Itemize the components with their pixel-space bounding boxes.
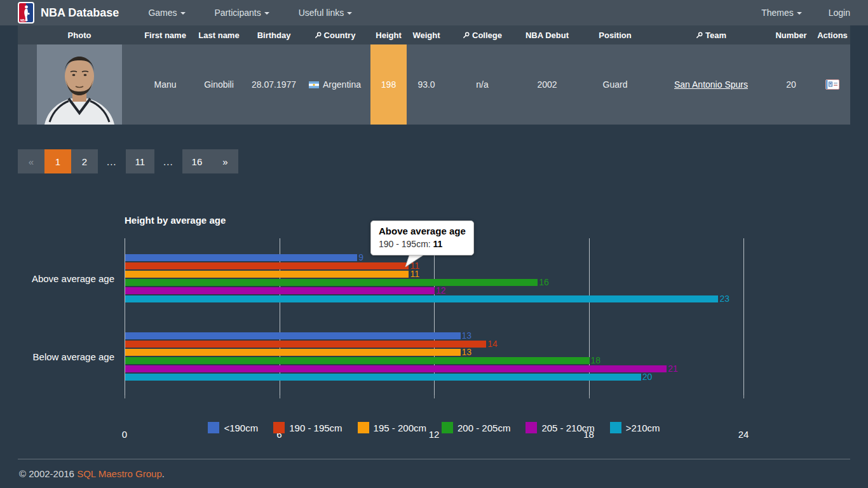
category-label: Below average age xyxy=(0,351,114,362)
bar-value-label: 16 xyxy=(539,278,549,287)
cell-weight: 93.0 xyxy=(407,44,446,125)
category-label: Above average age xyxy=(0,273,114,284)
nba-logo-icon[interactable]: NBA xyxy=(18,2,34,24)
bar-value-label: 11 xyxy=(410,270,419,278)
menu-themes[interactable]: Themes xyxy=(761,8,802,18)
legend-item[interactable]: 195 - 200cm xyxy=(358,422,426,433)
login-link[interactable]: Login xyxy=(829,8,850,18)
bar-value-label: 12 xyxy=(436,287,446,295)
footer-divider xyxy=(18,459,850,459)
filter-icon xyxy=(696,32,703,39)
col-header-actions[interactable]: Actions xyxy=(815,25,850,44)
col-header-country[interactable]: Country xyxy=(299,25,370,44)
pagination-page-11[interactable]: 11 xyxy=(126,149,155,173)
chevron-down-icon xyxy=(797,12,802,15)
table-row: Manu Ginobili 28.07.1977 Argentina 198 9… xyxy=(18,44,850,125)
pagination-page-16[interactable]: 16 xyxy=(182,149,212,173)
legend-swatch xyxy=(610,422,621,433)
col-header-college[interactable]: College xyxy=(446,25,519,44)
col-header-number[interactable]: Number xyxy=(768,25,815,44)
chart-bar[interactable] xyxy=(125,365,667,372)
pagination-page-1[interactable]: 1 xyxy=(44,149,71,173)
bar-value-label: 20 xyxy=(642,373,653,381)
col-header-birthday[interactable]: Birthday xyxy=(248,25,299,44)
chart-bar[interactable] xyxy=(125,332,461,339)
pagination: « 1 2 ... 11 ... 16 » xyxy=(18,149,238,173)
cell-team: San Antonio Spurs xyxy=(654,44,768,125)
menu-participants[interactable]: Participants xyxy=(215,8,269,18)
col-header-nba-debut[interactable]: NBA Debut xyxy=(519,25,576,44)
bar-value-label: 14 xyxy=(487,340,498,348)
chevron-down-icon xyxy=(180,12,186,15)
chart-bar[interactable] xyxy=(125,262,409,269)
legend-label: 195 - 200cm xyxy=(374,423,426,433)
legend-label: 200 - 205cm xyxy=(458,423,510,433)
legend-item[interactable]: 190 - 195cm xyxy=(273,422,342,433)
axis-tick xyxy=(743,395,744,398)
cell-number: 20 xyxy=(768,44,815,125)
col-header-last-name[interactable]: Last name xyxy=(189,25,248,44)
legend-swatch xyxy=(273,422,285,433)
players-table: Photo First name Last name Birthday Coun… xyxy=(18,25,850,125)
chart-bar[interactable] xyxy=(125,357,590,364)
legend-item[interactable]: 205 - 210cm xyxy=(526,422,594,433)
navbar-right: Themes Login xyxy=(761,8,868,18)
player-card-icon[interactable] xyxy=(825,79,839,90)
legend-label: 190 - 195cm xyxy=(289,423,342,433)
pagination-page-2[interactable]: 2 xyxy=(71,149,98,173)
chart-bar[interactable] xyxy=(125,287,435,294)
chart-bar[interactable] xyxy=(125,295,718,302)
col-header-weight[interactable]: Weight xyxy=(407,25,446,44)
team-link[interactable]: San Antonio Spurs xyxy=(674,79,748,90)
chart-title: Height by average age xyxy=(125,215,226,226)
tooltip-title: Above average age xyxy=(379,226,466,237)
table-header-row: Photo First name Last name Birthday Coun… xyxy=(18,25,850,44)
cell-last-name: Ginobili xyxy=(189,44,248,125)
cell-nba-debut: 2002 xyxy=(519,44,576,125)
chart-bar[interactable] xyxy=(125,271,409,278)
col-header-height[interactable]: Height xyxy=(370,25,407,44)
chart-legend: <190cm190 - 195cm195 - 200cm200 - 205cm2… xyxy=(125,422,743,433)
cell-actions xyxy=(815,44,850,125)
axis-tick xyxy=(280,395,280,398)
legend-item[interactable]: >210cm xyxy=(610,422,660,433)
chart-bar[interactable] xyxy=(125,279,538,286)
svg-text:NBA: NBA xyxy=(20,19,27,22)
pagination-prev[interactable]: « xyxy=(18,149,44,173)
menu-useful-links[interactable]: Useful links xyxy=(299,8,353,18)
menu-games[interactable]: Games xyxy=(148,8,185,18)
legend-swatch xyxy=(358,422,369,433)
col-header-first-name[interactable]: First name xyxy=(141,25,189,44)
chart-bar[interactable] xyxy=(125,341,486,348)
legend-swatch xyxy=(208,422,219,433)
axis-tick xyxy=(589,395,590,398)
legend-item[interactable]: <190cm xyxy=(208,422,258,433)
cell-birthday: 28.07.1977 xyxy=(248,44,299,125)
col-header-photo[interactable]: Photo xyxy=(18,25,141,44)
chevron-down-icon xyxy=(347,12,352,15)
tooltip-value-line: 190 - 195cm: 11 xyxy=(379,238,466,250)
player-photo xyxy=(18,44,141,125)
bar-value-label: 18 xyxy=(591,356,601,365)
col-header-position[interactable]: Position xyxy=(576,25,654,44)
col-header-team[interactable]: Team xyxy=(654,25,768,44)
legend-label: 205 - 210cm xyxy=(541,423,594,433)
pagination-ellipsis: ... xyxy=(107,156,117,167)
chart-bar[interactable] xyxy=(125,374,641,381)
bar-value-label: 13 xyxy=(462,348,472,356)
bar-value-label: 21 xyxy=(668,365,678,373)
legend-item[interactable]: 200 - 205cm xyxy=(442,422,510,433)
chart-bar[interactable] xyxy=(125,254,357,261)
app-title[interactable]: NBA Database xyxy=(41,6,119,20)
cell-first-name: Manu xyxy=(141,44,189,125)
sql-maestro-link[interactable]: SQL Maestro Group xyxy=(77,468,162,479)
axis-tick xyxy=(125,395,125,398)
cell-height-highlighted: 198 xyxy=(370,44,407,125)
chart-bar[interactable] xyxy=(125,349,461,356)
axis-tick xyxy=(434,395,435,398)
filter-icon xyxy=(315,32,322,39)
legend-swatch xyxy=(442,422,453,433)
argentina-flag-icon xyxy=(309,81,319,88)
pagination-next[interactable]: » xyxy=(212,149,238,173)
height-by-age-chart: Height by average age 061218249131114111… xyxy=(0,210,868,440)
